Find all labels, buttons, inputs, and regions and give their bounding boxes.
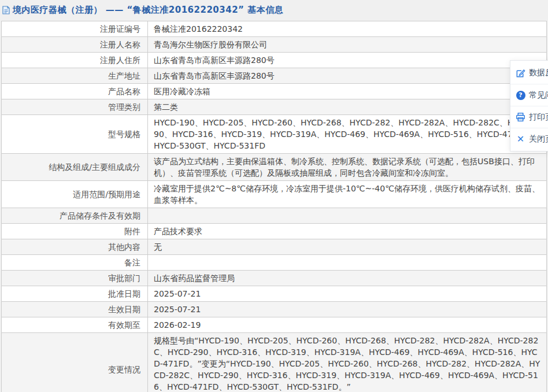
table-row-8: 适用范围/预期用途 冷藏室用于提供2℃~8℃储存环境，冷冻室用于提供-10℃~-…	[2, 181, 547, 208]
row-value: 第二类	[148, 99, 547, 115]
table-row-17: 变更情况 规格型号由“HYCD-190、HYCD-205、HYCD-260、HY…	[2, 333, 547, 392]
page-header: 境内医疗器械（注册） —— “鲁械注准20162220342” 基本信息	[0, 0, 548, 19]
table-row-11: 其他内容 无	[2, 239, 547, 255]
row-value: 山东省药品监督管理局	[148, 271, 547, 286]
table-row-12: 备注	[2, 255, 547, 271]
table-row-4: 产品名称 医用冷藏冷冻箱	[2, 84, 547, 99]
table-row-2: 注册人住所 山东省青岛市高新区丰源路280号	[2, 53, 547, 68]
row-label: 注册人名称	[2, 37, 148, 53]
row-value: 2025-07-21	[148, 302, 547, 317]
row-value: 规格型号由“HYCD-190、HYCD-205、HYCD-260、HYCD-26…	[148, 333, 547, 392]
row-value: 2025-07-21	[148, 286, 547, 302]
row-label: 备注	[2, 255, 148, 271]
table-row-15: 生效日期 2025-07-21	[2, 302, 547, 317]
row-label: 变更情况	[2, 333, 148, 392]
info-table-body: 注册证编号 鲁械注准20162220342 注册人名称 青岛海尔生物医疗股份有限…	[2, 21, 547, 392]
table-row-10: 附件 产品技术要求	[2, 224, 547, 239]
row-label: 有效期至	[2, 317, 148, 333]
row-label: 生产地址	[2, 68, 148, 84]
floating-action-panel: 数据反馈 ? 常见问题 打印页面 ✕ 关闭页面	[510, 60, 548, 151]
row-label: 生效日期	[2, 302, 148, 317]
table-row-14: 批准日期 2025-07-21	[2, 286, 547, 302]
row-label: 管理类别	[2, 99, 148, 115]
row-value: 鲁械注准20162220342	[148, 21, 547, 37]
row-value: 无	[148, 239, 547, 255]
row-label: 结构及组成/主要组成成分	[2, 154, 148, 181]
row-value: 山东省青岛市高新区丰源路280号	[148, 53, 547, 68]
panel-item-close[interactable]: ✕ 关闭页面	[510, 128, 548, 150]
row-value: 2026-02-19	[148, 317, 547, 333]
row-value	[148, 208, 547, 224]
row-label: 批准日期	[2, 286, 148, 302]
document-icon	[2, 6, 10, 14]
question-icon: ?	[516, 91, 525, 100]
row-value: HYCD-190、HYCD-205、HYCD-260、HYCD-268、HYCD…	[148, 115, 547, 154]
table-row-7: 结构及组成/主要组成成分 该产品为立式结构，主要由保温箱体、制冷系统、控制系统、…	[2, 154, 547, 181]
printer-icon	[516, 112, 525, 122]
row-value: 医用冷藏冷冻箱	[148, 84, 547, 99]
row-label: 注册证编号	[2, 21, 148, 37]
registration-info-table: 注册证编号 鲁械注准20162220342 注册人名称 青岛海尔生物医疗股份有限…	[1, 21, 547, 392]
row-label: 产品储存条件及有效期	[2, 208, 148, 224]
row-value: 山东省青岛市高新区丰源路280号	[148, 68, 547, 84]
table-row-5: 管理类别 第二类	[2, 99, 547, 115]
row-label: 注册人住所	[2, 53, 148, 68]
table-row-1: 注册人名称 青岛海尔生物医疗股份有限公司	[2, 37, 547, 53]
row-label: 附件	[2, 224, 148, 239]
table-row-16: 有效期至 2026-02-19	[2, 317, 547, 333]
table-row-13: 审批部门 山东省药品监督管理局	[2, 271, 547, 286]
row-value: 该产品为立式结构，主要由保温箱体、制冷系统、控制系统、数据记录系统（可选配，包括…	[148, 154, 547, 181]
row-label: 适用范围/预期用途	[2, 181, 148, 208]
row-label: 产品名称	[2, 84, 148, 99]
table-row-6: 型号规格 HYCD-190、HYCD-205、HYCD-260、HYCD-268…	[2, 115, 547, 154]
row-label: 其他内容	[2, 239, 148, 255]
panel-item-printer[interactable]: 打印页面	[510, 106, 548, 128]
row-label: 审批部门	[2, 271, 148, 286]
edit-icon	[516, 68, 525, 78]
table-row-0: 注册证编号 鲁械注准20162220342	[2, 21, 547, 37]
close-icon: ✕	[517, 135, 524, 144]
row-value: 产品技术要求	[148, 224, 547, 239]
row-value	[148, 255, 547, 271]
panel-item-edit[interactable]: 数据反馈	[510, 62, 548, 84]
panel-item-question[interactable]: ? 常见问题	[510, 84, 548, 106]
row-value: 冷藏室用于提供2℃~8℃储存环境，冷冻室用于提供-10℃~-40℃储存环境，供医…	[148, 181, 547, 208]
table-row-3: 生产地址 山东省青岛市高新区丰源路280号	[2, 68, 547, 84]
row-label: 型号规格	[2, 115, 148, 154]
page-title: 境内医疗器械（注册） —— “鲁械注准20162220342” 基本信息	[13, 5, 283, 16]
table-row-9: 产品储存条件及有效期	[2, 208, 547, 224]
row-value: 青岛海尔生物医疗股份有限公司	[148, 37, 547, 53]
